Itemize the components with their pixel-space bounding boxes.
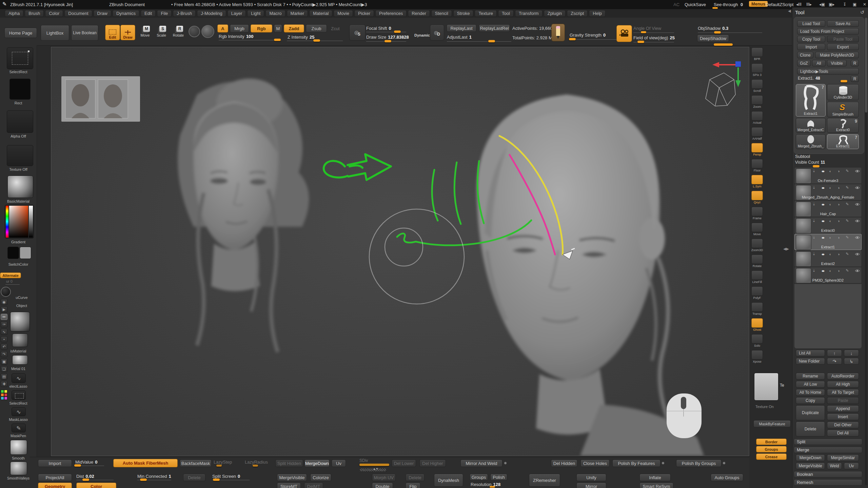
uv-merge-button[interactable]: Uv — [844, 463, 859, 469]
stroke-curve-d-icon[interactable]: ◎D — [430, 24, 444, 41]
subtool-polypaint-icon[interactable]: ●● — [822, 219, 823, 223]
subtool-polypaint-icon[interactable]: ●● — [822, 252, 823, 256]
insert-button[interactable]: Insert — [827, 413, 859, 420]
move-mode-button[interactable]: M Move — [137, 24, 153, 40]
tool-tile-cylinder3d[interactable]: Cylinder3D — [827, 84, 859, 100]
right-shelf-tool[interactable]: Persp — [749, 143, 765, 159]
polish-button[interactable]: Polish — [490, 474, 507, 481]
color-tab[interactable]: Color — [76, 483, 116, 488]
subtool-half-icon[interactable]: ◐ — [829, 169, 832, 173]
all-to-home-button[interactable]: All To Home — [796, 389, 825, 396]
subtool-eye-icon[interactable] — [855, 203, 860, 206]
minimize-icon[interactable]: ↧ — [843, 2, 846, 7]
rename-button[interactable]: Rename — [796, 373, 825, 380]
zsub-button[interactable]: Zsub — [306, 24, 327, 33]
subtool-polypaint-icon[interactable]: ●● — [822, 169, 823, 173]
see-through-slider[interactable]: See-through — [714, 2, 738, 7]
select-lasso-label[interactable]: electLasso — [0, 384, 37, 388]
dist-handle[interactable] — [82, 479, 89, 481]
subtool-polypaint-icon[interactable]: ●● — [822, 269, 823, 273]
split-section-header[interactable]: Split — [794, 439, 862, 445]
quicksave-button[interactable]: QuickSave — [685, 2, 706, 7]
mask-lasso-label[interactable]: MaskLasso — [0, 418, 37, 422]
menu-item[interactable]: Macro — [265, 10, 285, 17]
menu-item[interactable]: Zscript — [567, 10, 588, 17]
tray-left-icon[interactable]: ◂‖‖ — [796, 2, 802, 7]
subtool-section-header[interactable]: Subtool — [795, 154, 810, 159]
mirror-and-weld-button[interactable]: Mirror And Weld — [460, 460, 502, 467]
auto-mask-fibermesh-button[interactable]: Auto Mask FiberMesh — [113, 459, 178, 467]
list-all-button[interactable]: List All — [796, 350, 825, 357]
menu-item[interactable]: Help — [589, 10, 606, 17]
material-sphere-tile[interactable] — [7, 176, 33, 198]
rgb-intensity-slider[interactable]: Rgb Intensity100 — [219, 34, 254, 39]
right-shelf-tool[interactable]: Floor — [749, 159, 765, 175]
right-shelf-tool[interactable]: Ghost — [749, 318, 765, 334]
all-low-button[interactable]: All Low — [796, 381, 825, 388]
dist-slider[interactable]: Dist0.02 — [76, 474, 94, 479]
subtool-contrast-icon[interactable]: ◑ — [837, 169, 840, 173]
subtool-down-icon[interactable]: ⇣ — [812, 202, 815, 206]
midvalue-slider[interactable]: MidValue0 — [75, 460, 97, 465]
subtool-half-icon[interactable]: ◐ — [829, 202, 832, 206]
default-zscript-button[interactable]: DefaultZScript — [766, 2, 793, 7]
subtool-down-icon[interactable]: ⇣ — [812, 252, 815, 256]
menu-item[interactable]: J-Brush — [173, 10, 196, 17]
polish-by-groups-toggle-dot[interactable] — [723, 462, 726, 465]
sculpt-viewport[interactable] — [51, 47, 749, 456]
blur-slider[interactable]: ur 0 — [6, 279, 13, 283]
shelf-scroll-handle[interactable] — [714, 43, 733, 46]
menu-item[interactable]: Dynamics — [113, 10, 139, 17]
inflate-button[interactable]: Inflate — [639, 474, 671, 481]
append-button[interactable]: Append — [827, 405, 859, 412]
menu-item[interactable]: Draw — [94, 10, 111, 17]
resolution-handle[interactable] — [490, 486, 495, 488]
current-alpha-icon[interactable] — [189, 26, 200, 37]
midvalue-handle[interactable] — [74, 464, 81, 467]
menu-item[interactable]: Render — [408, 10, 430, 17]
mrgb-button[interactable]: Mrgb — [230, 24, 249, 33]
object-label[interactable]: Object — [7, 304, 37, 308]
polish-by-groups-button[interactable]: Polish By Groups — [676, 460, 722, 467]
del-lower-button[interactable]: Del Lower — [392, 460, 416, 467]
weld-button[interactable]: Weld — [827, 463, 842, 469]
rotate-mode-button[interactable]: R Rotate — [171, 24, 186, 40]
fov-handle[interactable] — [637, 41, 644, 43]
tool-r-button[interactable]: R — [851, 76, 859, 82]
alternate-button[interactable]: Alternate — [0, 272, 21, 278]
paste-tool-button[interactable]: Paste Tool — [827, 36, 859, 42]
left-shelf-icon[interactable]: ▶ — [1, 306, 7, 312]
lazystep-slider[interactable]: LazyStep — [214, 460, 232, 465]
all-high-button[interactable]: All High — [827, 381, 859, 388]
make-polymesh3d-button[interactable]: Make PolyMesh3D — [815, 52, 859, 58]
subtool-half-icon[interactable]: ◐ — [829, 269, 832, 273]
right-shelf-tool[interactable]: Rotate — [749, 255, 765, 270]
right-shelf-tool[interactable]: Zoom — [749, 95, 765, 111]
mask-by-feature-button[interactable]: MaskByFeature — [753, 420, 791, 427]
goz-visible-button[interactable]: Visible — [827, 60, 847, 66]
autoreorder-button[interactable]: AutoReorder — [827, 373, 859, 380]
min-connected-handle[interactable] — [140, 479, 147, 481]
del-hidden-button[interactable]: Del Hidden — [551, 460, 577, 467]
groups-crease-button[interactable]: Groups — [756, 446, 787, 452]
flip-button[interactable]: Flip — [406, 483, 420, 488]
split-screen-slider[interactable]: Split Screen0 — [212, 474, 240, 479]
storemt-button[interactable]: StoreMT — [277, 483, 301, 488]
active-tool-handle[interactable] — [841, 80, 847, 82]
right-shelf-tool[interactable]: SPix 3 — [749, 63, 765, 79]
menu-item[interactable]: Zplugin — [544, 10, 566, 17]
left-shelf-icon[interactable]: ▣ — [1, 359, 7, 365]
subtool-polypaint-icon[interactable]: ●● — [822, 186, 823, 190]
subtool-down-icon[interactable]: ⇣ — [812, 169, 815, 173]
subtool-contrast-icon[interactable]: ◑ — [837, 202, 840, 206]
smart-resym-button[interactable]: Smart ReSym — [639, 483, 673, 488]
deepshadow-button[interactable]: DeepShadow — [697, 35, 729, 42]
smooth-brush-tile[interactable] — [10, 440, 27, 455]
menu-item[interactable]: J-Modeling — [197, 10, 226, 17]
sdiv-bar[interactable] — [359, 464, 389, 466]
save-as-button[interactable]: Save As — [827, 20, 859, 27]
active-tool-slider[interactable]: Extract1.48 — [798, 76, 820, 81]
subtool-down-icon[interactable]: ⇣ — [812, 235, 815, 240]
adjust-last-handle[interactable] — [488, 40, 495, 42]
tool-tile-extract1[interactable]: 7Extract1 — [827, 134, 859, 149]
